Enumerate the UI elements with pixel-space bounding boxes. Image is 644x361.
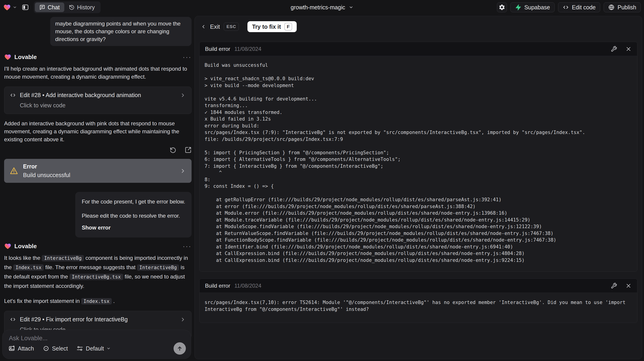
more-options-icon[interactable]: ··· <box>183 55 192 59</box>
build-error-card: Build error 11/08/2024 Build was unsucce… <box>199 42 638 272</box>
lovable-app: Chat History growth-metrics-magic Supaba… <box>0 0 644 361</box>
publish-button[interactable]: Publish <box>604 2 641 12</box>
error-card-date: 11/08/2024 <box>234 46 261 52</box>
sliders-icon <box>76 345 83 352</box>
user-message-text: For the code present, I get the error be… <box>82 198 185 206</box>
chevron-right-icon <box>180 92 186 98</box>
supabase-icon <box>515 4 521 10</box>
chat-input[interactable] <box>8 335 132 342</box>
lovable-heart-icon <box>4 243 12 250</box>
code-brackets-icon <box>562 4 569 10</box>
chat-panel: maybe diagramming points and when you mo… <box>0 14 194 361</box>
exit-button[interactable]: Exit ESC <box>201 22 239 31</box>
assistant-paragraph: Added an interactive background with pin… <box>4 119 192 143</box>
error-card-title: Build error <box>205 283 230 289</box>
close-icon[interactable] <box>625 283 632 289</box>
wrench-icon[interactable] <box>611 46 617 52</box>
error-banner-title: Error <box>23 163 70 170</box>
chevron-down-icon <box>106 347 110 351</box>
send-button[interactable] <box>174 342 186 355</box>
main-area: maybe diagramming points and when you mo… <box>0 14 644 361</box>
error-card-actions <box>611 283 632 289</box>
sidebar-toggle-button[interactable] <box>20 2 30 12</box>
f-key-badge: F <box>284 23 292 30</box>
tab-chat-label: Chat <box>48 4 60 11</box>
tab-chat[interactable]: Chat <box>35 2 64 12</box>
attach-image-icon <box>8 345 15 352</box>
error-workspace-panel: Exit ESC Try to fix it F Build error 11/… <box>194 16 642 359</box>
error-banner-subtitle: Build unsuccessful <box>23 172 70 178</box>
chat-icon <box>40 4 45 10</box>
settings-button[interactable] <box>497 2 507 12</box>
inline-code: Index.tsx <box>13 264 44 271</box>
tab-history[interactable]: History <box>64 2 100 12</box>
edit-code-button[interactable]: Edit code <box>558 2 600 12</box>
chat-history-tabs: Chat History <box>34 1 100 13</box>
exit-label: Exit <box>210 23 220 30</box>
assistant-message-header: Lovable ··· <box>4 243 192 250</box>
error-card-title: Build error <box>205 46 230 52</box>
attach-button[interactable]: Attach <box>8 345 34 352</box>
error-card-actions <box>611 46 632 52</box>
topbar-right-group: Supabase Edit code Publish <box>497 2 641 12</box>
supabase-button[interactable]: Supabase <box>510 2 554 12</box>
assistant-paragraph: Let's fix the import statement in Index.… <box>4 297 192 306</box>
assistant-paragraph: I'll help create an interactive backgrou… <box>4 65 192 81</box>
inline-code: InteractiveBg <box>137 264 179 271</box>
error-card-date: 11/08/2024 <box>234 283 261 289</box>
focus-select-icon <box>43 345 50 352</box>
publish-label: Publish <box>618 4 636 11</box>
user-message-bubble: For the code present, I get the error be… <box>75 192 192 238</box>
edit-card-subtitle: Click to view code <box>20 102 176 109</box>
try-to-fix-button[interactable]: Try to fix it F <box>248 21 296 32</box>
edit-version-card-28[interactable]: Edit #28 • Add interactive background an… <box>4 87 192 114</box>
attach-label: Attach <box>18 345 34 352</box>
edit-code-label: Edit code <box>572 4 596 11</box>
error-banner-text: Error Build unsuccessful <box>23 163 70 178</box>
fix-toolbar: Exit ESC Try to fix it F <box>195 16 642 42</box>
esc-key-badge: ESC <box>224 22 239 31</box>
sender-name: Lovable <box>14 53 37 61</box>
build-error-log: src/pages/Index.tsx(7,10): error TS2614:… <box>204 299 632 313</box>
message-actions <box>4 147 192 153</box>
chat-message-list[interactable]: maybe diagramming points and when you mo… <box>0 14 194 361</box>
history-icon <box>69 4 74 10</box>
user-message-text: Please edit the code to resolve the erro… <box>82 212 185 220</box>
chevron-right-icon <box>180 168 186 174</box>
chevron-down-icon <box>349 5 353 9</box>
retry-icon[interactable] <box>170 147 176 153</box>
lovable-logo-menu[interactable] <box>3 3 17 11</box>
warning-triangle-icon <box>10 167 18 175</box>
composer-toolbar: Attach Select Default <box>8 342 186 355</box>
lovable-heart-icon <box>3 3 11 11</box>
chevron-left-icon <box>201 24 206 29</box>
gear-icon <box>498 4 505 11</box>
chevron-down-icon <box>13 5 17 9</box>
error-card-body[interactable]: src/pages/Index.tsx(7,10): error TS2614:… <box>200 293 637 323</box>
tab-history-label: History <box>77 4 95 11</box>
build-error-log: Build was unsuccessful > vite_react_shad… <box>204 62 632 264</box>
build-error-banner[interactable]: Error Build unsuccessful <box>4 159 192 183</box>
assistant-paragraph: It looks like the InteractiveBg componen… <box>4 253 192 291</box>
project-title: growth-metrics-magic <box>291 4 345 11</box>
project-title-button[interactable]: growth-metrics-magic <box>291 0 354 14</box>
error-card-header: Build error 11/08/2024 <box>200 279 637 293</box>
close-icon[interactable] <box>625 46 632 52</box>
sender-name: Lovable <box>14 243 37 250</box>
fix-button-label: Try to fix it <box>252 23 281 30</box>
error-card-body[interactable]: Build was unsuccessful > vite_react_shad… <box>200 56 637 271</box>
user-message-bubble: maybe diagramming points and when you mo… <box>50 17 192 46</box>
open-preview-icon[interactable] <box>185 147 192 153</box>
user-message-text: maybe diagramming points and when you mo… <box>55 20 180 42</box>
top-bar: Chat History growth-metrics-magic Supaba… <box>0 0 644 14</box>
wrench-icon[interactable] <box>611 283 617 289</box>
model-selector-button[interactable]: Default <box>76 345 110 352</box>
inline-code: Index.tsx <box>81 298 112 305</box>
select-button[interactable]: Select <box>43 345 68 352</box>
lovable-heart-icon <box>4 53 12 61</box>
show-error-link[interactable]: Show error <box>82 224 185 232</box>
more-options-icon[interactable]: ··· <box>183 244 192 248</box>
code-brackets-icon <box>10 92 16 98</box>
edit-card-title: Edit #28 • Add interactive background an… <box>20 92 176 98</box>
arrow-up-icon <box>176 345 183 352</box>
